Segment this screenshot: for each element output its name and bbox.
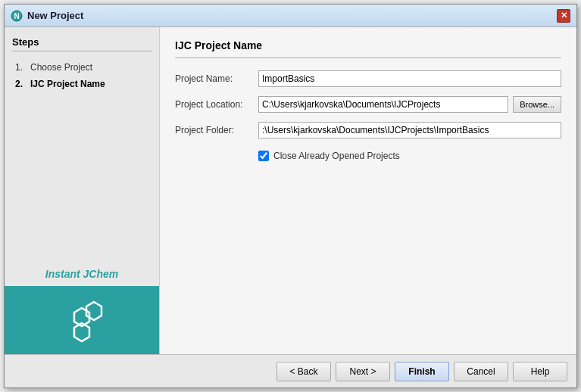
step-label-2: IJC Project Name <box>30 79 105 89</box>
project-folder-input[interactable] <box>258 122 561 138</box>
section-title: IJC Project Name <box>175 39 561 58</box>
cancel-button[interactable]: Cancel <box>454 362 508 381</box>
logo-area <box>5 286 159 354</box>
project-name-input[interactable] <box>258 70 561 87</box>
project-folder-row: Project Folder: <box>175 122 561 138</box>
project-name-label: Project Name: <box>175 73 258 84</box>
dialog-body: Steps 1. Choose Project 2. IJC Project N… <box>5 27 576 354</box>
back-button[interactable]: < Back <box>276 362 331 381</box>
project-name-row: Project Name: <box>175 70 561 87</box>
project-folder-label: Project Folder: <box>175 125 258 135</box>
dialog-icon: N <box>11 10 23 22</box>
svg-text:N: N <box>14 12 19 20</box>
brand-text: Instant JChem <box>5 259 159 286</box>
dialog-title: New Project <box>27 10 557 21</box>
brand-logo <box>59 297 105 343</box>
steps-section: Steps 1. Choose Project 2. IJC Project N… <box>5 27 159 259</box>
help-button[interactable]: Help <box>513 362 567 381</box>
project-location-input[interactable] <box>258 96 508 113</box>
browse-button[interactable]: Browse... <box>513 96 561 113</box>
main-content: IJC Project Name Project Name: Project L… <box>160 27 576 354</box>
next-button[interactable]: Next > <box>336 362 390 381</box>
steps-heading: Steps <box>12 36 151 51</box>
step-item-1: 1. Choose Project <box>12 59 151 76</box>
finish-button[interactable]: Finish <box>395 362 449 381</box>
new-project-dialog: N New Project ✕ Steps 1. Choose Project … <box>4 4 577 388</box>
title-bar: N New Project ✕ <box>5 5 576 27</box>
step-number-2: 2. <box>15 79 27 89</box>
close-projects-checkbox[interactable] <box>258 151 269 161</box>
dialog-footer: < Back Next > Finish Cancel Help <box>5 354 576 387</box>
step-number-1: 1. <box>15 62 27 73</box>
sidebar: Steps 1. Choose Project 2. IJC Project N… <box>5 27 160 354</box>
project-location-label: Project Location: <box>175 99 258 110</box>
step-item-2: 2. IJC Project Name <box>12 76 151 92</box>
close-projects-label: Close Already Opened Projects <box>273 151 400 161</box>
project-location-row: Project Location: Browse... <box>175 96 561 113</box>
close-button[interactable]: ✕ <box>557 9 570 23</box>
step-label-1: Choose Project <box>30 62 92 73</box>
close-projects-row: Close Already Opened Projects <box>258 151 561 161</box>
